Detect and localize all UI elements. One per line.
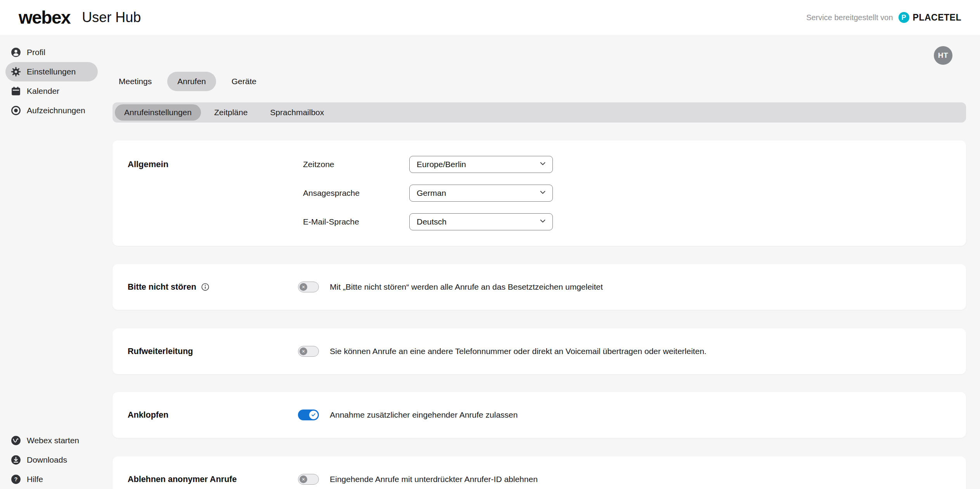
field-label: E-Mail-Sprache <box>303 217 409 226</box>
selected-value: Europe/Berlin <box>417 160 466 169</box>
sidebar-item-profil[interactable]: Profil <box>5 43 98 62</box>
announcement-language-select[interactable]: German <box>409 185 553 202</box>
forwarding-title: Rufweiterleitung <box>128 347 298 356</box>
header-right: Service bereitgestellt von P PLACETEL <box>806 12 961 23</box>
general-settings-card: Allgemein Zeitzone Europe/Berlin Ansages… <box>113 140 966 246</box>
sidebar-item-label: Hilfe <box>27 475 43 484</box>
anonymous-reject-toggle[interactable]: × <box>298 474 319 485</box>
timezone-select[interactable]: Europe/Berlin <box>409 156 553 173</box>
sidebar: Profil Einstellungen <box>0 35 101 489</box>
toggle-knob: × <box>309 411 318 419</box>
sidebar-item-einstellungen[interactable]: Einstellungen <box>5 62 98 81</box>
sidebar-item-label: Kalender <box>27 86 59 96</box>
chevron-down-icon <box>538 159 547 170</box>
sidebar-item-kalender[interactable]: Kalender <box>5 81 98 101</box>
sidebar-item-label: Profil <box>27 48 45 57</box>
avatar[interactable]: HT <box>934 46 952 65</box>
timezone-row: Zeitzone Europe/Berlin <box>303 156 553 173</box>
announcement-language-row: Ansagesprache German <box>303 185 553 202</box>
svg-text:?: ? <box>14 476 18 482</box>
chevron-down-icon <box>538 217 547 227</box>
download-icon <box>11 455 21 465</box>
sidebar-item-downloads[interactable]: Downloads <box>5 450 98 470</box>
help-icon: ? <box>11 474 21 484</box>
dnd-title: Bitte nicht stören <box>128 282 298 292</box>
subtab-bar: Anrufeinstellungen Zeitpläne Sprachmailb… <box>113 102 966 123</box>
call-forwarding-card: Rufweiterleitung × Sie können Anrufe an … <box>113 328 966 374</box>
tab-geraete[interactable]: Geräte <box>232 72 256 91</box>
sidebar-item-label: Aufzeichnungen <box>27 106 85 115</box>
service-note: Service bereitgestellt von <box>806 13 893 22</box>
general-rows: Zeitzone Europe/Berlin Ansagesprache Ger… <box>303 156 553 230</box>
webex-launch-icon <box>11 435 21 446</box>
subtab-zeitplaene[interactable]: Zeitpläne <box>205 104 257 121</box>
dnd-description: Mit „Bitte nicht stören“ werden alle Anr… <box>330 282 603 292</box>
webex-logo[interactable]: webex <box>19 7 70 28</box>
profile-icon <box>11 47 21 57</box>
selected-value: Deutsch <box>417 217 447 226</box>
sidebar-item-webex-starten[interactable]: Webex starten <box>5 431 98 450</box>
section-title: Ablehnen anonymer Anrufe <box>128 475 237 484</box>
selected-value: German <box>417 188 446 198</box>
main-content: HT Meetings Anrufen Geräte Anrufeinstell… <box>101 35 980 489</box>
toggle-on-check-icon <box>311 412 316 418</box>
chevron-down-icon <box>538 188 547 199</box>
recordings-icon <box>11 105 21 116</box>
field-label: Ansagesprache <box>303 188 409 198</box>
toggle-knob: × <box>300 475 307 483</box>
call-waiting-title: Anklopfen <box>128 410 298 420</box>
subtab-sprachmailbox[interactable]: Sprachmailbox <box>261 104 333 121</box>
placetel-icon: P <box>899 12 909 23</box>
anonymous-reject-description: Eingehende Anrufe mit unterdrückter Anru… <box>330 475 538 484</box>
sidebar-item-hilfe[interactable]: ? Hilfe <box>5 470 98 489</box>
info-icon[interactable] <box>201 283 210 291</box>
sidebar-footer: Webex starten Downloads ? Hilfe <box>5 431 98 489</box>
tab-meetings[interactable]: Meetings <box>119 72 152 91</box>
sidebar-item-label: Einstellungen <box>27 67 76 76</box>
tab-bar: Meetings Anrufen Geräte <box>119 72 966 91</box>
forwarding-description: Sie können Anrufe an eine andere Telefon… <box>330 347 706 356</box>
page-title: User Hub <box>82 9 141 26</box>
toggle-off-x-icon: × <box>302 349 305 354</box>
email-language-row: E-Mail-Sprache Deutsch <box>303 213 553 230</box>
dnd-card: Bitte nicht stören × Mit „Bitte nicht st… <box>113 264 966 310</box>
anonymous-reject-card: Ablehnen anonymer Anrufe × Eingehende An… <box>113 456 966 489</box>
section-title: Anklopfen <box>128 410 168 420</box>
section-title: Rufweiterleitung <box>128 347 193 356</box>
sidebar-item-label: Webex starten <box>27 436 79 445</box>
app-header: webex User Hub Service bereitgestellt vo… <box>0 0 980 35</box>
tab-anrufen[interactable]: Anrufen <box>167 72 216 91</box>
section-title: Allgemein <box>128 156 303 173</box>
call-waiting-toggle[interactable]: × <box>298 410 319 420</box>
call-waiting-card: Anklopfen × Annahme zusätzlicher eingehe… <box>113 392 966 438</box>
forwarding-toggle[interactable]: × <box>298 346 319 357</box>
provider-name: PLACETEL <box>913 12 961 23</box>
subtab-anrufeinstellungen[interactable]: Anrufeinstellungen <box>115 104 201 121</box>
email-language-select[interactable]: Deutsch <box>409 213 553 230</box>
toggle-knob: × <box>300 283 307 291</box>
dnd-toggle[interactable]: × <box>298 282 319 292</box>
sidebar-item-aufzeichnungen[interactable]: Aufzeichnungen <box>5 101 98 120</box>
provider-logo: P PLACETEL <box>899 12 961 23</box>
toggle-off-x-icon: × <box>302 477 305 482</box>
anonymous-reject-title: Ablehnen anonymer Anrufe <box>128 475 298 484</box>
page-layout: Profil Einstellungen <box>0 35 980 489</box>
call-waiting-description: Annahme zusätzlicher eingehender Anrufe … <box>330 410 518 420</box>
calendar-icon <box>11 86 21 96</box>
toggle-off-x-icon: × <box>302 284 305 290</box>
sidebar-item-label: Downloads <box>27 455 67 465</box>
gear-icon <box>11 67 21 77</box>
section-title: Bitte nicht stören <box>128 282 196 292</box>
toggle-knob: × <box>300 347 307 355</box>
field-label: Zeitzone <box>303 160 409 169</box>
